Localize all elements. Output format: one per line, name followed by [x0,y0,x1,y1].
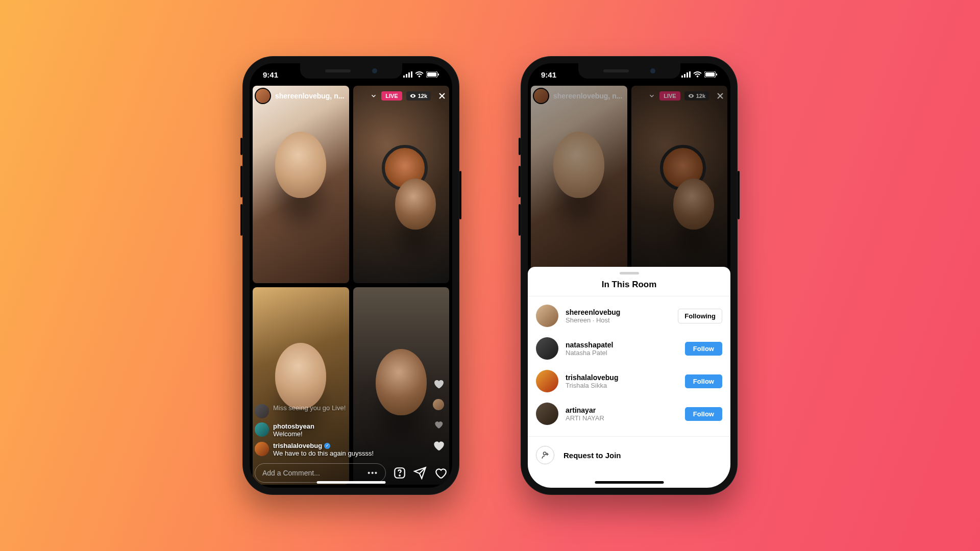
svg-rect-16 [689,71,691,78]
svg-rect-19 [716,73,717,76]
heart-icon [432,378,445,390]
live-badge: LIVE [659,91,680,101]
comment-item: Miss seeing you go Live! [255,404,447,418]
live-badge: LIVE [381,91,402,101]
divider [528,436,730,437]
phone-frame-right: 9:41 shereenlovebug, n... LIVE [521,56,738,495]
battery-icon [426,71,439,78]
comment-placeholder: Add a Comment... [262,469,320,477]
svg-rect-13 [681,76,683,78]
phone-frame-left: 9:41 shereenlovebug, n... LIVE [242,56,459,495]
participant-list: shereenlovebug Shereen · Host Following … [528,296,730,433]
svg-point-10 [399,475,400,476]
close-icon[interactable] [715,91,725,101]
wifi-icon [415,71,424,78]
sheet-title: In This Room [528,280,730,296]
verified-badge-icon: ✓ [324,443,330,449]
add-person-icon [536,446,554,464]
participant-subtitle: Natasha Patel [566,349,678,357]
participant-username[interactable]: trishalalovebug [566,373,678,382]
video-tile-2[interactable] [353,86,450,283]
comment-text: We have to do this again guyssss! [273,449,374,457]
request-to-join-label: Request to Join [564,451,621,460]
comment-avatar [255,442,269,456]
sheet-handle[interactable] [620,272,639,274]
follow-button[interactable]: Follow [685,407,722,421]
following-button[interactable]: Following [678,309,722,323]
comment-username: trishalalovebug ✓ [273,442,374,449]
host-avatar[interactable] [533,88,549,104]
participant-username[interactable]: natasshapatel [566,341,678,349]
video-tile-2[interactable] [631,86,728,283]
svg-rect-6 [438,73,439,76]
participant-subtitle: ARTI NAYAR [566,414,678,422]
follow-button[interactable]: Follow [685,374,722,388]
viewer-count-badge[interactable]: 12k [684,91,709,101]
notch [300,63,402,79]
participant-row: natasshapatel Natasha Patel Follow [528,332,730,365]
participant-username[interactable]: artinayar [566,406,678,414]
participant-subtitle: Trishala Sikka [566,382,678,389]
follow-button[interactable]: Follow [685,342,722,356]
svg-rect-3 [411,71,412,78]
request-to-join-button[interactable]: Request to Join [528,440,730,470]
signal-icon [681,71,691,78]
comment-item: photosbyean Welcome! [255,422,447,438]
participant-row: trishalalovebug Trishala Sikka Follow [528,365,730,397]
notch [578,63,680,79]
home-indicator[interactable] [595,481,664,484]
screen-right: 9:41 shereenlovebug, n... LIVE [528,63,730,488]
comments-overlay: Miss seeing you go Live! photosbyean Wel… [255,404,447,457]
video-tile-1[interactable] [531,86,627,283]
host-username[interactable]: shereenlovebug, n... [553,92,644,100]
close-icon[interactable] [437,91,447,101]
host-username[interactable]: shereenlovebug, n... [275,92,366,100]
svg-rect-15 [687,72,688,78]
participant-row: shereenlovebug Shereen · Host Following [528,299,730,332]
status-time: 9:41 [541,70,556,79]
comment-text: Miss seeing you go Live! [273,404,346,412]
viewer-count-badge[interactable]: 12k [406,91,431,101]
comment-avatar [255,404,269,418]
comment-avatar [255,422,269,437]
svg-point-22 [544,452,546,455]
in-this-room-sheet: In This Room shereenlovebug Shereen · Ho… [528,267,730,488]
comment-input[interactable]: Add a Comment... ••• [255,463,386,483]
participant-avatar[interactable] [536,370,558,392]
comment-item: trishalalovebug ✓ We have to do this aga… [255,442,447,457]
more-icon[interactable]: ••• [368,469,378,477]
question-icon[interactable] [393,466,406,480]
svg-rect-14 [684,74,685,78]
screen-left: 9:41 shereenlovebug, n... LIVE [250,63,452,488]
battery-icon [704,71,717,78]
svg-rect-2 [408,72,410,78]
chevron-down-icon[interactable] [370,92,377,99]
heart-icon[interactable] [434,466,447,480]
host-avatar[interactable] [255,88,271,104]
svg-rect-0 [403,76,405,78]
home-indicator[interactable] [316,481,385,484]
live-header: shereenlovebug, n... LIVE 12k [250,86,452,108]
comment-username: photosbyean [273,422,314,430]
participant-username[interactable]: shereenlovebug [566,308,671,316]
participant-subtitle: Shereen · Host [566,316,671,324]
status-time: 9:41 [263,70,278,79]
participant-row: artinayar ARTI NAYAR Follow [528,397,730,430]
svg-rect-1 [406,74,407,78]
svg-rect-5 [427,72,436,77]
chevron-down-icon[interactable] [648,92,655,99]
wifi-icon [693,71,702,78]
live-header: shereenlovebug, n... LIVE 12k [528,86,730,108]
participant-avatar[interactable] [536,403,558,425]
svg-rect-18 [705,72,715,77]
participant-avatar[interactable] [536,305,558,327]
eye-icon [688,93,694,99]
live-bottom-bar: Add a Comment... ••• [255,463,447,483]
eye-icon [410,93,416,99]
signal-icon [403,71,412,78]
participant-avatar[interactable] [536,337,558,360]
share-icon[interactable] [413,466,427,480]
comment-text: Welcome! [273,430,314,438]
video-tile-1[interactable] [253,86,349,283]
